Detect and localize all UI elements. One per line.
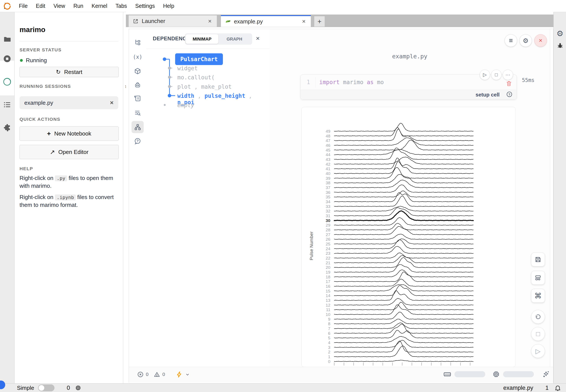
chart-output-card: Pulse Number4948474645444342414039383736… (301, 107, 516, 367)
keyboard-shortcuts-button[interactable]: ⌘ (531, 289, 545, 303)
plus-icon: + (317, 18, 322, 26)
toggle-graph[interactable]: GRAPH (218, 34, 251, 44)
y-tick-label: 38 (326, 181, 330, 185)
code-cell[interactable]: 1 import marimo as mo setup cell ? ▷ □ (300, 74, 517, 99)
notebook-settings-button[interactable]: ⚙ (519, 34, 532, 47)
y-tick-label: 7 (328, 326, 330, 331)
pulse-row-line (334, 265, 473, 272)
packages-icon[interactable] (132, 65, 144, 77)
y-tick-label: 20 (326, 265, 330, 270)
settings-gear-icon[interactable]: ⚙ (556, 29, 563, 38)
run-cell-button[interactable]: ▷ (480, 70, 490, 80)
menu-edit[interactable]: Edit (36, 3, 45, 9)
marimo-ring-icon[interactable] (0, 76, 14, 87)
menu-settings[interactable]: Settings (135, 3, 155, 9)
undo-button[interactable] (531, 310, 545, 324)
separator: , (191, 84, 201, 90)
files-folder-icon[interactable] (0, 34, 14, 45)
stop-cell-button[interactable]: □ (491, 70, 502, 80)
arrow-up-right-icon: ↗ (50, 149, 55, 156)
cell-more-options-button[interactable]: ··· (503, 70, 513, 80)
chevron-down-icon[interactable] (185, 372, 190, 377)
y-tick-label: 12 (326, 303, 330, 308)
toggle-minimap[interactable]: MINIMAP (186, 34, 218, 44)
debug-bug-icon[interactable] (557, 42, 564, 50)
layout-button[interactable] (531, 271, 545, 285)
logs-scroll-icon[interactable] (132, 92, 144, 104)
help-text: Right-click on (19, 194, 55, 200)
run-all-button[interactable]: ▷ (531, 344, 545, 358)
tab-launcher[interactable]: Launcher × (129, 15, 217, 27)
tab-launcher-close-icon[interactable]: × (207, 18, 213, 25)
simple-mode-toggle[interactable] (38, 384, 55, 391)
bell-icon[interactable] (554, 384, 561, 391)
pulse-row-line (334, 302, 473, 310)
warnings-icon[interactable] (154, 371, 160, 378)
y-tick-label: 42 (326, 162, 330, 167)
identifier: mo (373, 79, 384, 85)
help-paragraph-ipynb: Right-click on .ipynb files to convert t… (19, 193, 121, 209)
menu-tabs[interactable]: Tabs (116, 3, 127, 9)
pulsar-chart-svg: Pulse Number4948474645444342414039383736… (302, 107, 516, 367)
notebook-shutdown-button[interactable]: × (534, 34, 547, 47)
menu-view[interactable]: View (53, 3, 65, 9)
y-tick-label: 34 (326, 199, 330, 204)
run-mode-lightning-icon[interactable] (176, 371, 183, 378)
interrupt-button[interactable]: □ (531, 327, 545, 341)
menu-run[interactable]: Run (73, 3, 83, 9)
quick-actions-heading: QUICK ACTIONS (19, 117, 60, 122)
session-item[interactable]: example.py × (19, 96, 118, 109)
pulse-row-line (334, 256, 473, 263)
dep-part: pulse_height (204, 93, 245, 99)
delete-cell-trash-icon[interactable] (506, 80, 512, 88)
keyword: as (367, 79, 373, 85)
help-bubble-icon[interactable]: ? (132, 135, 144, 147)
dep-node-widget[interactable]: widget (177, 65, 198, 71)
status-file-label: example.py (503, 385, 533, 391)
dependencies-close-icon[interactable]: × (256, 35, 260, 42)
running-sessions-icon[interactable] (0, 53, 14, 64)
y-tick-label: 14 (326, 293, 330, 298)
session-name: example.py (24, 99, 53, 106)
setup-help-icon[interactable]: ? (506, 91, 513, 98)
variables-icon[interactable]: (x) (132, 51, 144, 63)
file-tree-icon[interactable] (132, 36, 144, 49)
dependencies-graph-icon[interactable] (132, 121, 144, 133)
notebook-menu-button[interactable] (505, 34, 517, 47)
pulse-row-line (334, 191, 473, 197)
y-tick-label: 5 (328, 336, 330, 340)
y-tick-label: 8 (328, 322, 330, 326)
extensions-puzzle-icon[interactable] (0, 122, 14, 133)
tab-example[interactable]: example.py × (221, 15, 311, 27)
scroll-gutter[interactable] (550, 29, 550, 367)
y-tick-label: 2 (328, 350, 330, 354)
pulse-row-line (334, 185, 473, 193)
dep-node-empty[interactable]: empty (177, 102, 194, 108)
open-editor-button[interactable]: ↗ Open Editor (19, 145, 119, 159)
status-dot (20, 59, 23, 62)
pulse-row-line (334, 226, 473, 235)
ai-robot-icon[interactable] (132, 79, 144, 91)
dep-node-plot[interactable]: plot , make_plot (177, 84, 232, 90)
y-tick-label: 26 (326, 237, 330, 241)
new-notebook-button[interactable]: + New Notebook (19, 126, 119, 141)
dep-node-pulsarchart[interactable]: PulsarChart (175, 53, 223, 65)
menu-kernel[interactable]: Kernel (91, 3, 107, 9)
y-tick-label: 4 (328, 340, 330, 345)
table-of-contents-icon[interactable] (0, 99, 14, 110)
pulse-row-line (334, 279, 473, 286)
new-tab-button[interactable]: + (314, 16, 325, 27)
tab-example-close-icon[interactable]: × (301, 18, 307, 25)
session-close-icon[interactable]: × (110, 99, 114, 106)
menu-help[interactable]: Help (163, 3, 174, 9)
ai-sparkle-icon[interactable] (542, 370, 550, 378)
pulse-row-line (334, 157, 473, 164)
menu-file[interactable]: File (19, 3, 28, 9)
dep-node-callout[interactable]: mo.callout( (177, 74, 215, 81)
errors-icon[interactable] (137, 371, 144, 378)
pulse-row-line (334, 246, 473, 253)
text-search-icon[interactable] (132, 107, 144, 119)
restart-button[interactable]: ↻ Restart (19, 67, 119, 77)
chip-icon[interactable] (75, 385, 81, 391)
save-button[interactable] (531, 252, 545, 266)
